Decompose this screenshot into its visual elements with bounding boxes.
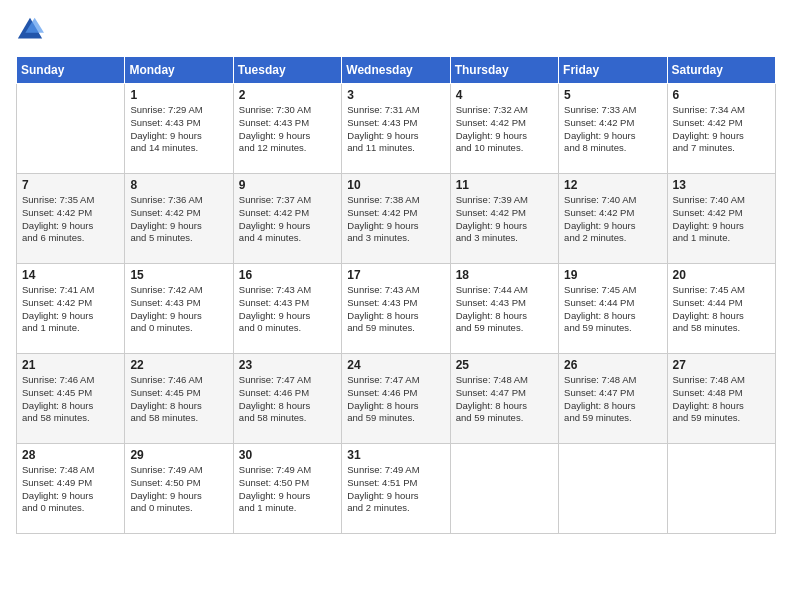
day-number: 18 [456,268,553,282]
day-info: Sunrise: 7:38 AM Sunset: 4:42 PM Dayligh… [347,194,444,245]
day-info: Sunrise: 7:37 AM Sunset: 4:42 PM Dayligh… [239,194,336,245]
page-header [16,16,776,44]
header-day-saturday: Saturday [667,57,775,84]
day-info: Sunrise: 7:32 AM Sunset: 4:42 PM Dayligh… [456,104,553,155]
day-info: Sunrise: 7:46 AM Sunset: 4:45 PM Dayligh… [130,374,227,425]
header-day-wednesday: Wednesday [342,57,450,84]
day-number: 2 [239,88,336,102]
day-info: Sunrise: 7:42 AM Sunset: 4:43 PM Dayligh… [130,284,227,335]
day-info: Sunrise: 7:40 AM Sunset: 4:42 PM Dayligh… [564,194,661,245]
calendar-cell: 22Sunrise: 7:46 AM Sunset: 4:45 PM Dayli… [125,354,233,444]
day-number: 5 [564,88,661,102]
calendar-cell: 28Sunrise: 7:48 AM Sunset: 4:49 PM Dayli… [17,444,125,534]
calendar-cell: 4Sunrise: 7:32 AM Sunset: 4:42 PM Daylig… [450,84,558,174]
calendar-cell: 21Sunrise: 7:46 AM Sunset: 4:45 PM Dayli… [17,354,125,444]
header-day-monday: Monday [125,57,233,84]
day-number: 10 [347,178,444,192]
day-info: Sunrise: 7:45 AM Sunset: 4:44 PM Dayligh… [673,284,770,335]
day-info: Sunrise: 7:30 AM Sunset: 4:43 PM Dayligh… [239,104,336,155]
day-info: Sunrise: 7:46 AM Sunset: 4:45 PM Dayligh… [22,374,119,425]
day-number: 8 [130,178,227,192]
header-day-thursday: Thursday [450,57,558,84]
header-day-sunday: Sunday [17,57,125,84]
day-number: 14 [22,268,119,282]
day-number: 4 [456,88,553,102]
day-number: 11 [456,178,553,192]
calendar-cell: 26Sunrise: 7:48 AM Sunset: 4:47 PM Dayli… [559,354,667,444]
day-number: 13 [673,178,770,192]
day-number: 23 [239,358,336,372]
day-number: 7 [22,178,119,192]
day-number: 17 [347,268,444,282]
day-info: Sunrise: 7:36 AM Sunset: 4:42 PM Dayligh… [130,194,227,245]
day-number: 6 [673,88,770,102]
calendar-cell: 25Sunrise: 7:48 AM Sunset: 4:47 PM Dayli… [450,354,558,444]
day-number: 3 [347,88,444,102]
week-row-1: 7Sunrise: 7:35 AM Sunset: 4:42 PM Daylig… [17,174,776,264]
week-row-3: 21Sunrise: 7:46 AM Sunset: 4:45 PM Dayli… [17,354,776,444]
day-number: 25 [456,358,553,372]
day-number: 24 [347,358,444,372]
day-info: Sunrise: 7:34 AM Sunset: 4:42 PM Dayligh… [673,104,770,155]
calendar-cell: 23Sunrise: 7:47 AM Sunset: 4:46 PM Dayli… [233,354,341,444]
day-info: Sunrise: 7:29 AM Sunset: 4:43 PM Dayligh… [130,104,227,155]
header-row: SundayMondayTuesdayWednesdayThursdayFrid… [17,57,776,84]
logo [16,16,48,44]
day-info: Sunrise: 7:39 AM Sunset: 4:42 PM Dayligh… [456,194,553,245]
header-day-friday: Friday [559,57,667,84]
day-info: Sunrise: 7:48 AM Sunset: 4:47 PM Dayligh… [456,374,553,425]
calendar-cell: 6Sunrise: 7:34 AM Sunset: 4:42 PM Daylig… [667,84,775,174]
calendar-cell [559,444,667,534]
calendar-cell: 20Sunrise: 7:45 AM Sunset: 4:44 PM Dayli… [667,264,775,354]
calendar-cell: 24Sunrise: 7:47 AM Sunset: 4:46 PM Dayli… [342,354,450,444]
calendar-cell: 12Sunrise: 7:40 AM Sunset: 4:42 PM Dayli… [559,174,667,264]
day-info: Sunrise: 7:40 AM Sunset: 4:42 PM Dayligh… [673,194,770,245]
day-info: Sunrise: 7:47 AM Sunset: 4:46 PM Dayligh… [347,374,444,425]
day-number: 27 [673,358,770,372]
calendar-cell: 18Sunrise: 7:44 AM Sunset: 4:43 PM Dayli… [450,264,558,354]
day-number: 20 [673,268,770,282]
day-info: Sunrise: 7:49 AM Sunset: 4:50 PM Dayligh… [130,464,227,515]
week-row-2: 14Sunrise: 7:41 AM Sunset: 4:42 PM Dayli… [17,264,776,354]
calendar-cell: 15Sunrise: 7:42 AM Sunset: 4:43 PM Dayli… [125,264,233,354]
calendar-header: SundayMondayTuesdayWednesdayThursdayFrid… [17,57,776,84]
day-info: Sunrise: 7:49 AM Sunset: 4:51 PM Dayligh… [347,464,444,515]
day-info: Sunrise: 7:43 AM Sunset: 4:43 PM Dayligh… [239,284,336,335]
day-number: 22 [130,358,227,372]
calendar-cell: 16Sunrise: 7:43 AM Sunset: 4:43 PM Dayli… [233,264,341,354]
day-number: 31 [347,448,444,462]
week-row-0: 1Sunrise: 7:29 AM Sunset: 4:43 PM Daylig… [17,84,776,174]
week-row-4: 28Sunrise: 7:48 AM Sunset: 4:49 PM Dayli… [17,444,776,534]
calendar-cell: 31Sunrise: 7:49 AM Sunset: 4:51 PM Dayli… [342,444,450,534]
day-number: 16 [239,268,336,282]
day-info: Sunrise: 7:33 AM Sunset: 4:42 PM Dayligh… [564,104,661,155]
calendar-cell: 10Sunrise: 7:38 AM Sunset: 4:42 PM Dayli… [342,174,450,264]
day-number: 19 [564,268,661,282]
calendar-cell: 17Sunrise: 7:43 AM Sunset: 4:43 PM Dayli… [342,264,450,354]
day-number: 12 [564,178,661,192]
day-info: Sunrise: 7:45 AM Sunset: 4:44 PM Dayligh… [564,284,661,335]
calendar-cell: 2Sunrise: 7:30 AM Sunset: 4:43 PM Daylig… [233,84,341,174]
day-info: Sunrise: 7:35 AM Sunset: 4:42 PM Dayligh… [22,194,119,245]
calendar-cell [667,444,775,534]
day-number: 28 [22,448,119,462]
day-number: 1 [130,88,227,102]
calendar-cell [17,84,125,174]
day-number: 21 [22,358,119,372]
day-number: 30 [239,448,336,462]
day-number: 9 [239,178,336,192]
calendar-cell: 5Sunrise: 7:33 AM Sunset: 4:42 PM Daylig… [559,84,667,174]
day-number: 29 [130,448,227,462]
day-info: Sunrise: 7:44 AM Sunset: 4:43 PM Dayligh… [456,284,553,335]
header-day-tuesday: Tuesday [233,57,341,84]
calendar-cell: 11Sunrise: 7:39 AM Sunset: 4:42 PM Dayli… [450,174,558,264]
calendar-table: SundayMondayTuesdayWednesdayThursdayFrid… [16,56,776,534]
calendar-cell [450,444,558,534]
day-info: Sunrise: 7:43 AM Sunset: 4:43 PM Dayligh… [347,284,444,335]
calendar-body: 1Sunrise: 7:29 AM Sunset: 4:43 PM Daylig… [17,84,776,534]
calendar-cell: 1Sunrise: 7:29 AM Sunset: 4:43 PM Daylig… [125,84,233,174]
calendar-cell: 9Sunrise: 7:37 AM Sunset: 4:42 PM Daylig… [233,174,341,264]
calendar-cell: 7Sunrise: 7:35 AM Sunset: 4:42 PM Daylig… [17,174,125,264]
calendar-cell: 3Sunrise: 7:31 AM Sunset: 4:43 PM Daylig… [342,84,450,174]
day-info: Sunrise: 7:48 AM Sunset: 4:47 PM Dayligh… [564,374,661,425]
